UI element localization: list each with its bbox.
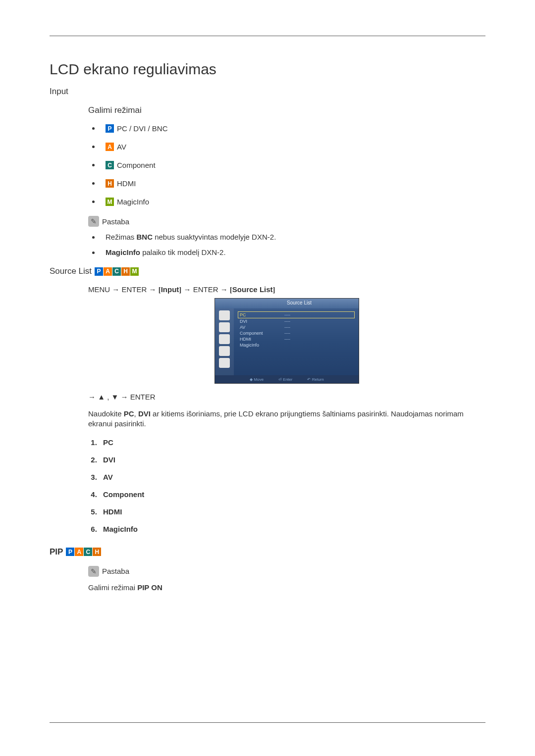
mode-label-pc: PC / DVI / BNC: [117, 124, 168, 133]
osd-row-dvi: DVI ----: [238, 318, 355, 324]
osd-side-icon: [219, 310, 230, 320]
pip-note-row: Pastaba: [88, 566, 485, 577]
bullet-icon: [92, 164, 95, 166]
badge-p-icon: P: [95, 267, 103, 276]
osd-header: Source List: [215, 299, 359, 308]
note-icon: [88, 566, 99, 577]
pip-heading: PIP P A C H: [50, 547, 485, 557]
osd-footer-return: ↶ Return: [307, 377, 323, 382]
input-heading: Input: [50, 87, 485, 97]
bottom-rule: [50, 722, 485, 723]
source-item-av: AV: [99, 473, 485, 481]
osd-title: Source List: [287, 300, 312, 305]
pip-note-text: Galimi režimai PIP ON: [88, 583, 485, 593]
osd-side-icon: [219, 346, 230, 356]
badge-row: P A C H: [66, 548, 102, 556]
osd-footer-enter: ⏎ Enter: [278, 377, 292, 382]
osd-label: MagicInfo: [240, 343, 284, 348]
osd-row-pc: PC ----: [238, 311, 355, 318]
desc-b2: DVI: [138, 409, 151, 418]
mode-a-icon: A: [106, 143, 114, 151]
badge-h-icon: H: [121, 267, 130, 276]
mode-item-hdmi: H HDMI: [88, 179, 485, 188]
bullet-icon: [92, 236, 95, 239]
note-icon: [88, 216, 99, 227]
pip-note-pre: Galimi režimai: [88, 583, 137, 592]
desc-b1: PC: [124, 409, 134, 418]
badge-row: P A C H M: [95, 267, 139, 276]
source-ordered-list: PC DVI AV Component HDMI MagicInfo: [88, 438, 485, 533]
pip-label: PIP: [50, 547, 63, 557]
page-title: LCD ekrano reguliavimas: [50, 61, 485, 78]
pip-note-label: Pastaba: [102, 567, 129, 575]
badge-a-icon: A: [104, 267, 112, 276]
badge-h-icon: H: [93, 548, 101, 556]
nav-line: → ▲ , ▼ → ENTER: [88, 393, 485, 401]
bullet-icon: [92, 127, 95, 130]
mode-item-component: C Component: [88, 161, 485, 169]
note-1: Režimas BNC nebus suaktyvintas modelyje …: [88, 233, 485, 241]
osd-value: ----: [284, 325, 290, 330]
osd-side-icon: [219, 358, 230, 368]
osd-row-hdmi: HDMI ----: [238, 336, 355, 342]
mode-h-icon: H: [106, 179, 114, 188]
source-description: Naudokite PC, DVI ar kitiems išoriniams,…: [88, 409, 485, 429]
mode-m-icon: M: [106, 198, 114, 206]
mode-label-av: AV: [117, 143, 126, 151]
source-list-heading: Source List P A C H M: [50, 266, 485, 276]
osd-sidebar: [215, 308, 234, 375]
osd-footer: ◆ Move ⏎ Enter ↶ Return: [215, 375, 359, 383]
note-1-bold: BNC: [137, 233, 153, 241]
osd-label: DVI: [240, 319, 284, 324]
osd-screenshot: Source List PC ---- DVI: [214, 298, 359, 384]
mode-c-icon: C: [106, 161, 114, 169]
osd-footer-move: ◆ Move: [250, 377, 264, 382]
osd-value: ----: [284, 312, 290, 317]
note-1-pre: Režimas: [106, 233, 137, 241]
note-2-post: palaiko tik modelį DXN-2.: [140, 248, 226, 256]
source-list-label: Source List: [50, 266, 92, 276]
osd-value: ----: [284, 331, 290, 336]
bullet-icon: [92, 146, 95, 148]
bullet-icon: [92, 252, 95, 254]
osd-main: PC ---- DVI ---- AV ---- Component ----: [234, 308, 359, 375]
mode-label-component: Component: [117, 161, 156, 169]
path-input-label: Input: [161, 285, 179, 294]
bullet-icon: [92, 201, 95, 203]
mode-p-icon: P: [106, 124, 114, 133]
osd-row-magicinfo: MagicInfo: [238, 342, 355, 348]
menu-path: MENU → ENTER → [Input] → ENTER → [Source…: [88, 285, 485, 294]
mode-list: P PC / DVI / BNC A AV C Component H HDMI…: [88, 124, 485, 206]
mode-item-av: A AV: [88, 143, 485, 151]
mode-label-magicinfo: MagicInfo: [117, 198, 149, 206]
source-item-pc: PC: [99, 438, 485, 447]
note-row: Pastaba: [88, 216, 485, 227]
note-label: Pastaba: [102, 217, 129, 226]
osd-side-icon: [219, 334, 230, 344]
bracket-close-2: ]: [273, 286, 275, 294]
osd-label: AV: [240, 325, 284, 330]
pip-note-bold: PIP ON: [137, 583, 162, 592]
bullet-icon: [92, 182, 95, 185]
desc-mid: ,: [134, 409, 138, 418]
note-2-bold: MagicInfo: [106, 248, 140, 256]
path-sourcelist-label: Source List: [232, 285, 273, 294]
path-p2: → ENTER →: [181, 285, 230, 294]
source-item-magicinfo: MagicInfo: [99, 525, 485, 533]
badge-m-icon: M: [130, 267, 139, 276]
mode-label-hdmi: HDMI: [117, 179, 136, 188]
badge-c-icon: C: [112, 267, 121, 276]
note-bullets: Režimas BNC nebus suaktyvintas modelyje …: [88, 233, 485, 256]
note-2: MagicInfo palaiko tik modelį DXN-2.: [88, 248, 485, 256]
osd-value: ----: [284, 337, 290, 342]
source-item-hdmi: HDMI: [99, 507, 485, 516]
badge-c-icon: C: [84, 548, 92, 556]
badge-p-icon: P: [66, 548, 74, 556]
path-p1: MENU → ENTER →: [88, 285, 159, 294]
note-1-post: nebus suaktyvintas modelyje DXN-2.: [153, 233, 276, 241]
source-item-dvi: DVI: [99, 455, 485, 464]
badge-a-icon: A: [75, 548, 83, 556]
desc-pre: Naudokite: [88, 409, 124, 418]
osd-side-icon: [219, 322, 230, 332]
osd-value: ----: [284, 319, 290, 324]
